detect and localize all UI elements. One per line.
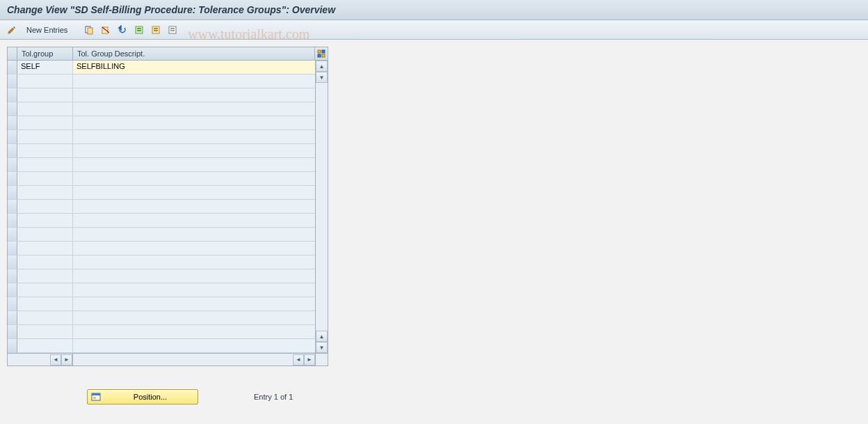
scroll-down-icon[interactable]: ▼ <box>316 72 328 83</box>
cell-tol-group[interactable]: SELF <box>17 61 73 74</box>
row-selector[interactable] <box>8 74 17 88</box>
cell-tol-group[interactable] <box>17 339 73 352</box>
row-selector[interactable] <box>8 214 17 227</box>
table-header-row: Tol.group Tol. Group Descript. <box>8 47 328 61</box>
cell-tol-group[interactable] <box>17 158 73 171</box>
cell-tol-group[interactable] <box>17 242 73 255</box>
scroll-track[interactable] <box>316 83 328 331</box>
cell-tol-group-descript[interactable] <box>73 242 315 255</box>
cell-tol-group[interactable] <box>17 283 73 297</box>
table-row <box>8 297 315 311</box>
cell-tol-group-descript[interactable] <box>73 158 315 171</box>
new-entries-button[interactable]: New Entries <box>22 24 72 36</box>
svg-rect-18 <box>93 397 96 399</box>
cell-tol-group-descript[interactable] <box>73 339 315 352</box>
cell-tol-group[interactable] <box>17 144 73 157</box>
row-selector[interactable] <box>8 269 17 283</box>
scroll-left-icon[interactable]: ◄ <box>50 354 61 366</box>
row-selector[interactable] <box>8 200 17 213</box>
svg-rect-12 <box>318 50 321 53</box>
cell-tol-group[interactable] <box>17 269 73 283</box>
row-selector-header[interactable] <box>8 47 17 60</box>
cell-tol-group[interactable] <box>17 102 73 116</box>
cell-tol-group[interactable] <box>17 172 73 185</box>
cell-tol-group[interactable] <box>17 116 73 129</box>
row-selector[interactable] <box>8 102 17 116</box>
cell-tol-group-descript[interactable] <box>73 172 315 185</box>
cell-tol-group-descript[interactable] <box>73 116 315 129</box>
cell-tol-group[interactable] <box>17 74 73 88</box>
scroll-corner <box>315 354 328 366</box>
cell-tol-group[interactable] <box>17 200 73 213</box>
row-selector[interactable] <box>8 61 17 74</box>
cell-tol-group-descript[interactable] <box>73 130 315 143</box>
cell-tol-group-descript[interactable] <box>73 74 315 88</box>
cell-tol-group[interactable] <box>17 311 73 324</box>
cell-tol-group-descript[interactable] <box>73 269 315 283</box>
row-selector[interactable] <box>8 172 17 185</box>
cell-tol-group-descript[interactable] <box>73 102 315 116</box>
column-header-tol-group[interactable]: Tol.group <box>17 47 73 60</box>
row-selector[interactable] <box>8 130 17 143</box>
row-selector[interactable] <box>8 228 17 241</box>
row-selector[interactable] <box>8 256 17 269</box>
cell-tol-group[interactable] <box>17 297 73 311</box>
cell-tol-group[interactable] <box>17 325 73 338</box>
cell-tol-group-descript[interactable] <box>73 256 315 269</box>
cell-tol-group-descript[interactable] <box>73 311 315 324</box>
cell-tol-group[interactable] <box>17 214 73 227</box>
cell-tol-group-descript[interactable] <box>73 325 315 338</box>
row-selector[interactable] <box>8 311 17 324</box>
cell-tol-group-descript[interactable] <box>73 283 315 297</box>
horizontal-scrollbar[interactable]: ◄ ► ◄ ► <box>8 353 328 366</box>
cell-tol-group-descript[interactable] <box>73 297 315 311</box>
row-selector[interactable] <box>8 339 17 352</box>
cell-tol-group-descript[interactable] <box>73 186 315 199</box>
change-icon[interactable] <box>6 24 18 36</box>
cell-tol-group[interactable] <box>17 88 73 102</box>
scroll-left-end-icon[interactable]: ◄ <box>293 354 304 366</box>
scroll-right-icon[interactable]: ► <box>61 354 72 366</box>
cell-tol-group[interactable] <box>17 228 73 241</box>
cell-tol-group-descript[interactable] <box>73 144 315 157</box>
row-selector[interactable] <box>8 242 17 255</box>
cell-tol-group-descript[interactable] <box>73 88 315 102</box>
table-row <box>8 214 315 228</box>
select-block-icon[interactable] <box>150 24 162 36</box>
entry-count-text: Entry 1 of 1 <box>254 393 293 401</box>
scroll-up-icon[interactable]: ▲ <box>316 61 328 72</box>
vertical-scrollbar[interactable]: ▲ ▼ ▲ ▼ <box>315 61 328 353</box>
cell-tol-group-descript[interactable] <box>73 228 315 241</box>
svg-rect-14 <box>318 54 321 57</box>
row-selector[interactable] <box>8 144 17 157</box>
position-button[interactable]: Position... <box>87 389 198 405</box>
row-selector[interactable] <box>8 325 17 338</box>
column-header-tol-group-descript[interactable]: Tol. Group Descript. <box>73 47 315 60</box>
table-row <box>8 186 315 200</box>
cell-tol-group[interactable] <box>17 256 73 269</box>
undo-icon[interactable] <box>116 24 129 36</box>
cell-tol-group-descript[interactable] <box>73 200 315 213</box>
cell-tol-group[interactable] <box>17 186 73 199</box>
delete-icon[interactable] <box>99 24 112 36</box>
row-selector[interactable] <box>8 88 17 102</box>
table-row <box>8 116 315 130</box>
scroll-down-bottom-icon[interactable]: ▼ <box>316 342 328 353</box>
scroll-up-bottom-icon[interactable]: ▲ <box>316 331 328 342</box>
copy-as-icon[interactable] <box>83 24 95 36</box>
deselect-all-icon[interactable] <box>166 24 179 36</box>
table-config-icon[interactable] <box>315 47 328 60</box>
row-selector[interactable] <box>8 283 17 297</box>
cell-tol-group[interactable] <box>17 130 73 143</box>
row-selector[interactable] <box>8 186 17 199</box>
row-selector[interactable] <box>8 297 17 311</box>
row-selector[interactable] <box>8 116 17 129</box>
cell-tol-group-descript[interactable]: SELFBILLING <box>73 61 315 74</box>
row-selector[interactable] <box>8 158 17 171</box>
select-all-icon[interactable] <box>133 24 145 36</box>
svg-rect-4 <box>137 28 141 29</box>
tolerance-groups-table: Tol.group Tol. Group Descript. SELFSELFB… <box>7 47 328 366</box>
cell-tol-group-descript[interactable] <box>73 214 315 227</box>
hscroll-track[interactable]: ◄ ► <box>73 354 315 366</box>
scroll-right-end-icon[interactable]: ► <box>304 354 315 366</box>
